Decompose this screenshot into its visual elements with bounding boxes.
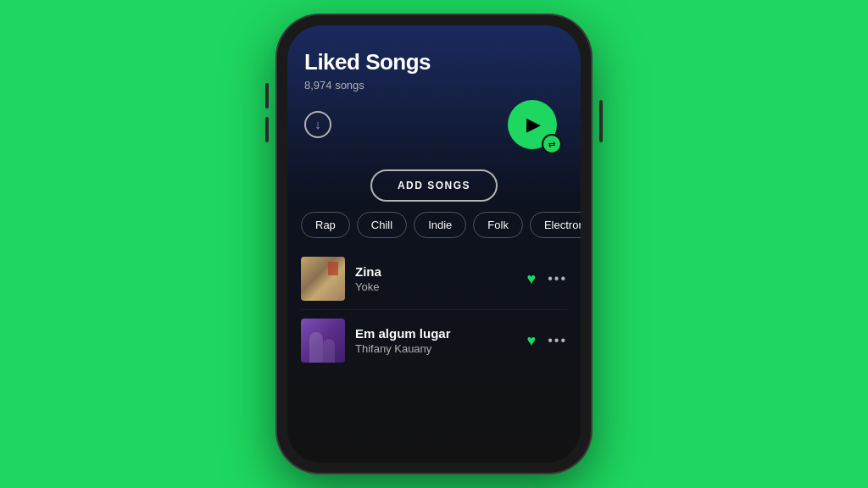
song-item-em[interactable]: Em algum lugar Thifany Kauany ♥ ••• (301, 309, 567, 371)
genre-indie[interactable]: Indie (414, 212, 466, 238)
song-info-zina: Zina Yoke (355, 264, 517, 293)
phone-screen: Liked Songs 8,974 songs ↓ ▶ ⇄ (287, 25, 581, 463)
song-info-em: Em algum lugar Thifany Kauany (355, 326, 517, 355)
volume-up-button (265, 83, 269, 108)
song-title-em: Em algum lugar (355, 326, 517, 341)
more-options-zina[interactable]: ••• (548, 271, 567, 286)
song-title-zina: Zina (355, 264, 517, 279)
song-item-zina[interactable]: Zina Yoke ♥ ••• (301, 248, 567, 309)
volume-down-button (265, 117, 269, 142)
song-artist-zina: Yoke (355, 280, 517, 293)
genre-electronic[interactable]: Electronic (530, 212, 581, 238)
genre-chill[interactable]: Chill (357, 212, 407, 238)
song-artist-em: Thifany Kauany (355, 342, 517, 355)
shuffle-badge[interactable]: ⇄ (542, 134, 562, 154)
page-title: Liked Songs (304, 49, 564, 75)
album-art-em (301, 319, 345, 363)
shuffle-icon: ⇄ (548, 140, 555, 149)
genre-rap[interactable]: Rap (301, 212, 350, 238)
header: Liked Songs 8,974 songs ↓ ▶ ⇄ (287, 25, 581, 158)
song-count: 8,974 songs (304, 79, 564, 92)
app-screen: Liked Songs 8,974 songs ↓ ▶ ⇄ (287, 25, 581, 463)
album-cover-zina (301, 257, 345, 301)
genre-folk[interactable]: Folk (473, 212, 523, 238)
add-songs-button[interactable]: ADD SONGS (370, 169, 498, 202)
song-actions-em: ♥ ••• (527, 332, 568, 350)
liked-icon-em[interactable]: ♥ (527, 332, 537, 350)
play-shuffle-group: ▶ ⇄ (508, 100, 557, 149)
power-button (599, 100, 603, 142)
download-button[interactable]: ↓ (304, 111, 331, 138)
phone-frame: Liked Songs 8,974 songs ↓ ▶ ⇄ (277, 15, 591, 473)
album-cover-em (301, 319, 345, 363)
download-icon: ↓ (315, 118, 321, 131)
genre-filter-list: Rap Chill Indie Folk Electronic H (287, 212, 581, 248)
album-art-zina (301, 257, 345, 301)
add-songs-section: ADD SONGS (287, 169, 581, 202)
song-list: Zina Yoke ♥ ••• Em algum lugar Thifany K… (287, 248, 581, 371)
more-options-em[interactable]: ••• (548, 333, 567, 348)
song-actions-zina: ♥ ••• (527, 270, 568, 288)
liked-icon-zina[interactable]: ♥ (527, 270, 537, 288)
header-actions: ↓ ▶ ⇄ (304, 100, 564, 149)
play-icon: ▶ (526, 114, 541, 136)
